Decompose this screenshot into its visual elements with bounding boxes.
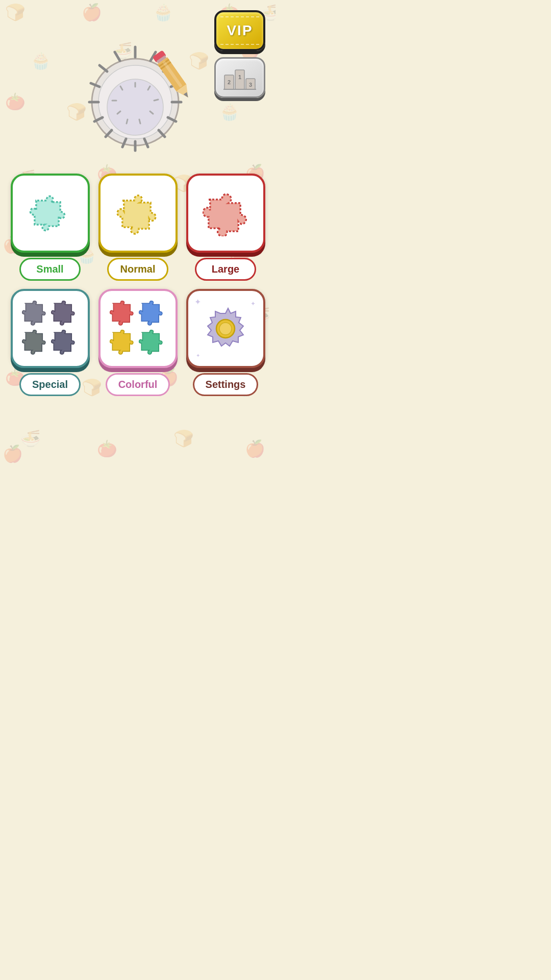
large-puzzle-icon (203, 190, 248, 236)
special-piece-1 (22, 301, 49, 328)
normal-button[interactable] (98, 174, 178, 253)
svg-text:3: 3 (249, 82, 252, 88)
vip-button[interactable]: VIP (214, 10, 265, 51)
colorful-label: Colorful (118, 379, 158, 390)
button-grid: Small Normal Lar (10, 174, 265, 396)
special-puzzle-grid (22, 301, 78, 357)
svg-line-33 (99, 65, 107, 71)
small-button[interactable] (11, 174, 90, 253)
colorful-piece-green (139, 330, 166, 357)
colorful-grid-item: Colorful (98, 289, 178, 396)
settings-label: Settings (206, 379, 246, 390)
colorful-piece-yellow (110, 330, 137, 357)
colorful-puzzle-grid (110, 301, 166, 357)
large-grid-item: Large (186, 174, 265, 281)
svg-text:2: 2 (228, 79, 231, 85)
colorful-piece-blue (139, 301, 166, 328)
ranking-button[interactable]: 2 1 3 (214, 57, 265, 98)
settings-label-button[interactable]: Settings (193, 373, 259, 396)
special-grid-item: Special (10, 289, 90, 396)
settings-button[interactable]: ✦ ✦ ✦ (186, 289, 265, 368)
normal-label: Normal (120, 263, 156, 275)
svg-line-15 (127, 119, 128, 124)
svg-point-42 (219, 323, 232, 335)
bg-tomato8-icon: 🍅 (97, 439, 117, 458)
bg-bowl8-icon: 🍜 (20, 429, 41, 448)
sparkle-1: ✦ (194, 297, 201, 307)
colorful-button[interactable] (98, 289, 178, 368)
special-piece-3 (22, 330, 49, 357)
podium-svg: 2 1 3 (222, 62, 258, 93)
sparkle-3: ✦ (196, 353, 200, 358)
sparkle-2: ✦ (251, 300, 256, 307)
small-grid-item: Small (10, 174, 90, 281)
svg-line-34 (115, 52, 120, 61)
special-piece-2 (51, 301, 78, 328)
logo-area (77, 41, 199, 163)
bg-apple8-icon: 🍎 (245, 439, 265, 458)
small-puzzle-icon (27, 190, 73, 236)
bg-bread8-icon: 🍞 (173, 429, 194, 448)
colorful-piece-red (110, 301, 137, 328)
top-buttons-container: VIP 2 1 3 (214, 10, 265, 98)
pencil-svg (143, 46, 204, 107)
vip-label: VIP (227, 22, 253, 39)
settings-grid-item: ✦ ✦ ✦ Settings (186, 289, 265, 396)
normal-label-button[interactable]: Normal (107, 258, 168, 281)
large-label: Large (212, 263, 239, 275)
normal-grid-item: Normal (98, 174, 178, 281)
normal-puzzle-icon (115, 190, 161, 236)
svg-line-14 (139, 119, 140, 124)
special-button[interactable] (11, 289, 90, 368)
special-piece-4 (51, 330, 78, 357)
special-label-button[interactable]: Special (19, 373, 81, 396)
colorful-label-button[interactable]: Colorful (106, 373, 170, 396)
small-label: Small (36, 263, 63, 275)
large-button[interactable] (186, 174, 265, 253)
large-label-button[interactable]: Large (195, 258, 256, 281)
bg-apple9-icon: 🍎 (3, 444, 23, 463)
settings-gear-icon (200, 303, 251, 354)
small-label-button[interactable]: Small (19, 258, 81, 281)
special-label: Special (32, 379, 68, 390)
svg-text:1: 1 (238, 74, 241, 80)
